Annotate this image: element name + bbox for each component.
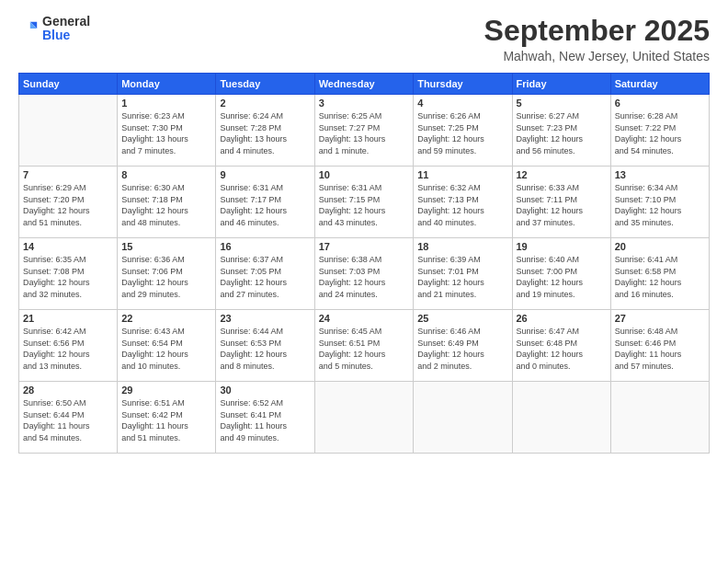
day-info: Sunrise: 6:32 AMSunset: 7:13 PMDaylight:… [417,182,507,228]
logo-general: General [42,15,90,29]
day-info: Sunrise: 6:28 AMSunset: 7:22 PMDaylight:… [615,110,705,156]
calendar-cell [610,382,709,454]
calendar-header-row: Sunday Monday Tuesday Wednesday Thursday… [19,74,710,95]
day-number: 2 [220,98,310,109]
day-number: 12 [517,169,607,180]
calendar-cell: 22Sunrise: 6:43 AMSunset: 6:54 PMDayligh… [118,310,216,382]
day-number: 13 [615,169,705,180]
day-info: Sunrise: 6:25 AMSunset: 7:27 PMDaylight:… [319,110,409,156]
calendar-cell [414,382,512,454]
logo-blue: Blue [42,29,90,42]
day-info: Sunrise: 6:52 AMSunset: 6:41 PMDaylight:… [220,397,310,443]
col-sunday: Sunday [19,74,118,95]
day-info: Sunrise: 6:44 AMSunset: 6:53 PMDaylight:… [220,326,310,372]
day-number: 24 [319,313,409,324]
day-number: 21 [23,313,113,324]
day-number: 29 [121,385,211,396]
day-number: 4 [417,98,507,109]
calendar-cell: 11Sunrise: 6:32 AMSunset: 7:13 PMDayligh… [414,167,512,238]
calendar-cell [314,382,413,454]
day-info: Sunrise: 6:38 AMSunset: 7:03 PMDaylight:… [319,254,409,300]
calendar-cell: 7Sunrise: 6:29 AMSunset: 7:20 PMDaylight… [19,167,118,238]
day-number: 3 [319,98,409,109]
day-info: Sunrise: 6:31 AMSunset: 7:15 PMDaylight:… [319,182,409,228]
day-info: Sunrise: 6:45 AMSunset: 6:51 PMDaylight:… [319,326,409,372]
day-info: Sunrise: 6:37 AMSunset: 7:05 PMDaylight:… [220,254,310,300]
day-info: Sunrise: 6:48 AMSunset: 6:46 PMDaylight:… [615,326,705,372]
day-number: 22 [121,313,211,324]
calendar-cell: 2Sunrise: 6:24 AMSunset: 7:28 PMDaylight… [216,95,314,167]
page: General Blue September 2025 Mahwah, New … [0,0,728,563]
calendar-cell: 28Sunrise: 6:50 AMSunset: 6:44 PMDayligh… [19,382,118,454]
calendar-cell: 23Sunrise: 6:44 AMSunset: 6:53 PMDayligh… [216,310,314,382]
day-number: 28 [23,385,113,396]
day-info: Sunrise: 6:51 AMSunset: 6:42 PMDaylight:… [121,397,211,443]
day-info: Sunrise: 6:35 AMSunset: 7:08 PMDaylight:… [23,254,113,300]
calendar-cell: 13Sunrise: 6:34 AMSunset: 7:10 PMDayligh… [610,167,709,238]
day-info: Sunrise: 6:40 AMSunset: 7:00 PMDaylight:… [517,254,607,300]
day-number: 19 [517,241,607,252]
calendar-cell: 9Sunrise: 6:31 AMSunset: 7:17 PMDaylight… [216,167,314,238]
day-number: 23 [220,313,310,324]
calendar-cell: 14Sunrise: 6:35 AMSunset: 7:08 PMDayligh… [19,238,118,310]
day-number: 10 [319,169,409,180]
calendar-cell: 8Sunrise: 6:30 AMSunset: 7:18 PMDaylight… [118,167,216,238]
calendar-cell: 6Sunrise: 6:28 AMSunset: 7:22 PMDaylight… [610,95,709,167]
calendar-cell: 26Sunrise: 6:47 AMSunset: 6:48 PMDayligh… [512,310,610,382]
day-info: Sunrise: 6:34 AMSunset: 7:10 PMDaylight:… [615,182,705,228]
col-tuesday: Tuesday [216,74,314,95]
calendar-cell: 24Sunrise: 6:45 AMSunset: 6:51 PMDayligh… [314,310,413,382]
day-number: 14 [23,241,113,252]
header: General Blue September 2025 Mahwah, New … [18,15,710,63]
week-row-2: 7Sunrise: 6:29 AMSunset: 7:20 PMDaylight… [19,167,710,238]
col-friday: Friday [512,74,610,95]
calendar-cell: 10Sunrise: 6:31 AMSunset: 7:15 PMDayligh… [314,167,413,238]
calendar-cell: 20Sunrise: 6:41 AMSunset: 6:58 PMDayligh… [610,238,709,310]
week-row-1: 1Sunrise: 6:23 AMSunset: 7:30 PMDaylight… [19,95,710,167]
day-number: 17 [319,241,409,252]
day-info: Sunrise: 6:31 AMSunset: 7:17 PMDaylight:… [220,182,310,228]
day-number: 6 [615,98,705,109]
logo-text: General Blue [42,15,90,43]
calendar-cell: 17Sunrise: 6:38 AMSunset: 7:03 PMDayligh… [314,238,413,310]
calendar-cell: 3Sunrise: 6:25 AMSunset: 7:27 PMDaylight… [314,95,413,167]
day-number: 18 [417,241,507,252]
day-number: 16 [220,241,310,252]
day-number: 25 [417,313,507,324]
day-info: Sunrise: 6:43 AMSunset: 6:54 PMDaylight:… [121,326,211,372]
month-title: September 2025 [484,15,710,47]
day-number: 7 [23,169,113,180]
day-info: Sunrise: 6:36 AMSunset: 7:06 PMDaylight:… [121,254,211,300]
calendar-cell: 19Sunrise: 6:40 AMSunset: 7:00 PMDayligh… [512,238,610,310]
calendar-cell: 15Sunrise: 6:36 AMSunset: 7:06 PMDayligh… [118,238,216,310]
logo-icon [18,18,39,39]
calendar-cell: 27Sunrise: 6:48 AMSunset: 6:46 PMDayligh… [610,310,709,382]
day-info: Sunrise: 6:23 AMSunset: 7:30 PMDaylight:… [121,110,211,156]
day-number: 1 [121,98,211,109]
day-info: Sunrise: 6:24 AMSunset: 7:28 PMDaylight:… [220,110,310,156]
calendar-cell: 5Sunrise: 6:27 AMSunset: 7:23 PMDaylight… [512,95,610,167]
calendar-cell: 4Sunrise: 6:26 AMSunset: 7:25 PMDaylight… [414,95,512,167]
day-info: Sunrise: 6:26 AMSunset: 7:25 PMDaylight:… [417,110,507,156]
calendar-cell: 21Sunrise: 6:42 AMSunset: 6:56 PMDayligh… [19,310,118,382]
day-number: 27 [615,313,705,324]
col-monday: Monday [118,74,216,95]
calendar-cell: 12Sunrise: 6:33 AMSunset: 7:11 PMDayligh… [512,167,610,238]
day-number: 5 [517,98,607,109]
day-info: Sunrise: 6:29 AMSunset: 7:20 PMDaylight:… [23,182,113,228]
title-block: September 2025 Mahwah, New Jersey, Unite… [484,15,710,63]
day-info: Sunrise: 6:50 AMSunset: 6:44 PMDaylight:… [23,397,113,443]
col-saturday: Saturday [610,74,709,95]
day-number: 30 [220,385,310,396]
calendar-cell [512,382,610,454]
day-info: Sunrise: 6:41 AMSunset: 6:58 PMDaylight:… [615,254,705,300]
logo: General Blue [18,15,90,43]
calendar-cell: 30Sunrise: 6:52 AMSunset: 6:41 PMDayligh… [216,382,314,454]
day-number: 15 [121,241,211,252]
day-info: Sunrise: 6:42 AMSunset: 6:56 PMDaylight:… [23,326,113,372]
day-number: 11 [417,169,507,180]
calendar-cell: 1Sunrise: 6:23 AMSunset: 7:30 PMDaylight… [118,95,216,167]
day-number: 26 [517,313,607,324]
day-info: Sunrise: 6:47 AMSunset: 6:48 PMDaylight:… [517,326,607,372]
location-title: Mahwah, New Jersey, United States [484,49,710,63]
